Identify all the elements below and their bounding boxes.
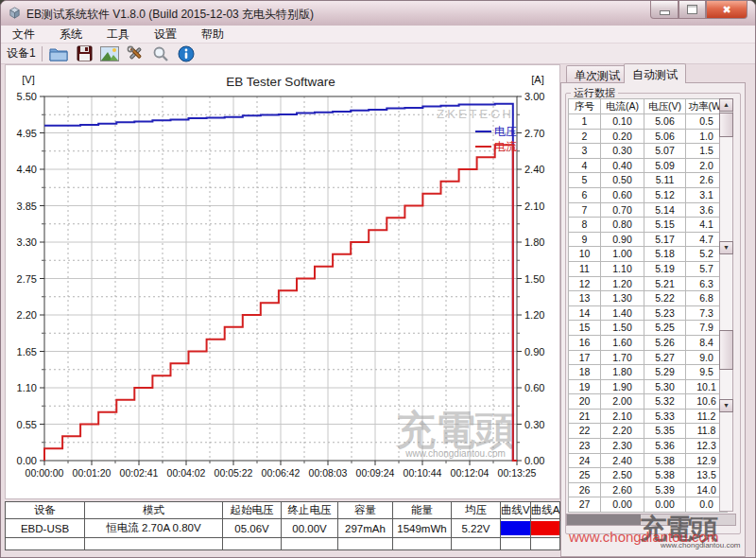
- y-right-tick-label: 0.60: [524, 382, 544, 393]
- scrollbar-thumb-2[interactable]: [719, 330, 733, 370]
- summary-col-header: 设备: [6, 502, 85, 519]
- table-row[interactable]: 262.605.3914.0: [569, 482, 728, 497]
- scroll-down-icon[interactable]: ▼: [719, 241, 733, 254]
- run-col-header: 序号: [569, 99, 601, 114]
- table-cell: 5.15: [644, 218, 686, 233]
- summary-col-header: 终止电压: [282, 502, 338, 519]
- table-cell: 0.10: [601, 114, 644, 130]
- table-cell: 5.12: [644, 187, 686, 202]
- table-cell: 2.10: [601, 409, 644, 424]
- y-left-tick-label: 4.40: [17, 164, 37, 175]
- table-row[interactable]: 171.705.279.0: [569, 350, 728, 365]
- table-cell: 1.50: [601, 321, 644, 336]
- table-cell: 5.25: [644, 321, 686, 336]
- table-cell: 19: [569, 379, 601, 394]
- summary-col-header: 曲线V: [501, 502, 531, 519]
- table-row[interactable]: 181.805.299.5: [569, 365, 728, 380]
- table-row[interactable]: 212.105.3311.2: [569, 409, 728, 424]
- table-cell: 5.07: [644, 144, 686, 159]
- table-row[interactable]: 242.405.3812.9: [569, 453, 728, 468]
- y-left-tick-label: 2.20: [17, 309, 37, 321]
- summary-empty-cell: [393, 538, 452, 550]
- info-icon[interactable]: [177, 44, 197, 63]
- run-table-vscrollbar[interactable]: [719, 98, 733, 512]
- summary-col-header: 曲线A: [530, 502, 560, 519]
- y-left-tick-label: 3.30: [17, 236, 37, 248]
- table-row[interactable]: 50.505.112.6: [569, 173, 728, 188]
- menu-item-2[interactable]: 工具: [103, 26, 133, 44]
- summary-empty-cell: [530, 538, 560, 550]
- close-icon: ✖: [722, 4, 730, 16]
- table-row[interactable]: 252.505.3813.5: [569, 468, 728, 483]
- image-icon[interactable]: [100, 44, 120, 63]
- table-row[interactable]: 101.005.185.2: [569, 247, 728, 262]
- table-cell: 2: [569, 129, 601, 144]
- device-tab[interactable]: 设备1: [7, 45, 36, 61]
- save-icon[interactable]: [75, 44, 94, 63]
- table-row[interactable]: 70.705.143.6: [569, 202, 728, 218]
- curve-a-swatch[interactable]: [531, 521, 560, 535]
- table-cell: 5.32: [644, 394, 686, 410]
- table-row[interactable]: 10.105.060.5: [569, 114, 728, 130]
- y-left-tick-label: 3.85: [17, 201, 37, 212]
- table-cell: 25: [569, 468, 601, 483]
- scroll-up-icon[interactable]: ▲: [719, 98, 733, 112]
- y-right-tick-label: 0.90: [524, 346, 544, 357]
- table-row[interactable]: 161.605.268.4: [569, 335, 728, 350]
- menu-item-0[interactable]: 文件: [9, 26, 39, 44]
- table-row[interactable]: 151.505.257.9: [569, 321, 728, 336]
- table-row[interactable]: 222.205.3511.8: [569, 424, 728, 439]
- table-row[interactable]: 40.405.092.0: [569, 158, 728, 173]
- table-row[interactable]: 121.205.216.3: [569, 276, 728, 291]
- tools-icon[interactable]: [126, 44, 146, 63]
- summary-col-header: 起始电压: [223, 502, 282, 519]
- magnifier-icon[interactable]: [151, 44, 171, 63]
- table-row[interactable]: 232.305.3612.3: [569, 439, 728, 454]
- table-cell: 5.06: [644, 114, 686, 130]
- y-right-tick-label: 2.10: [524, 201, 544, 212]
- maximize-button[interactable]: [679, 1, 706, 19]
- table-cell: 5.11: [644, 173, 686, 188]
- minimize-button[interactable]: [650, 1, 679, 19]
- table-row[interactable]: 20.205.061.0: [569, 129, 728, 144]
- summary-empty-cell: [282, 538, 338, 550]
- table-cell: 7: [569, 202, 601, 218]
- table-cell: 27: [569, 497, 601, 513]
- x-tick-label: 00:13:25: [498, 467, 537, 479]
- y-right-tick-label: 2.40: [524, 164, 544, 175]
- y-right-tick-label: 1.80: [524, 236, 544, 248]
- x-tick-label: 00:05:22: [215, 467, 253, 479]
- y-left-tick-label: 2.75: [17, 273, 37, 285]
- scrollbar-thumb[interactable]: [719, 113, 733, 137]
- table-row[interactable]: 191.905.3010.1: [569, 379, 728, 394]
- y-left-tick-label: 4.95: [17, 128, 37, 139]
- table-row[interactable]: 30.305.071.5: [569, 144, 728, 159]
- table-cell: 2.00: [601, 394, 644, 410]
- table-row[interactable]: 80.805.154.1: [569, 218, 728, 233]
- table-row[interactable]: 60.605.123.1: [569, 187, 728, 202]
- curve-v-swatch[interactable]: [501, 521, 530, 535]
- hscrollbar-thumb[interactable]: [567, 514, 641, 525]
- menu-item-1[interactable]: 系统: [56, 26, 86, 44]
- table-row[interactable]: 111.105.195.7: [569, 261, 728, 276]
- table-cell: 1: [569, 114, 601, 130]
- x-tick-label: 00:09:24: [356, 467, 395, 479]
- table-row[interactable]: 202.005.3210.6: [569, 394, 728, 410]
- tab-single-test[interactable]: 单次测试: [566, 65, 628, 82]
- table-cell: 0.30: [601, 144, 644, 159]
- summary-cell: 恒电流 2.70A 0.80V: [85, 519, 223, 538]
- menu-item-3[interactable]: 设置: [150, 26, 180, 44]
- table-row[interactable]: 131.305.226.8: [569, 291, 728, 306]
- table-row[interactable]: 90.905.174.7: [569, 232, 728, 247]
- x-tick-label: 00:06:42: [262, 467, 301, 479]
- tab-auto-test[interactable]: 自动测试: [624, 63, 686, 83]
- table-cell: 8: [569, 218, 601, 233]
- scroll-down-icon-2[interactable]: ▼: [719, 399, 733, 412]
- table-row[interactable]: 141.405.237.3: [569, 305, 728, 321]
- table-cell: 1.80: [601, 365, 644, 380]
- table-cell: 2.60: [601, 482, 644, 497]
- close-button[interactable]: ✖: [706, 1, 747, 19]
- folder-icon[interactable]: [49, 44, 69, 63]
- table-cell: 0.00: [601, 497, 644, 513]
- menu-item-4[interactable]: 帮助: [198, 26, 228, 44]
